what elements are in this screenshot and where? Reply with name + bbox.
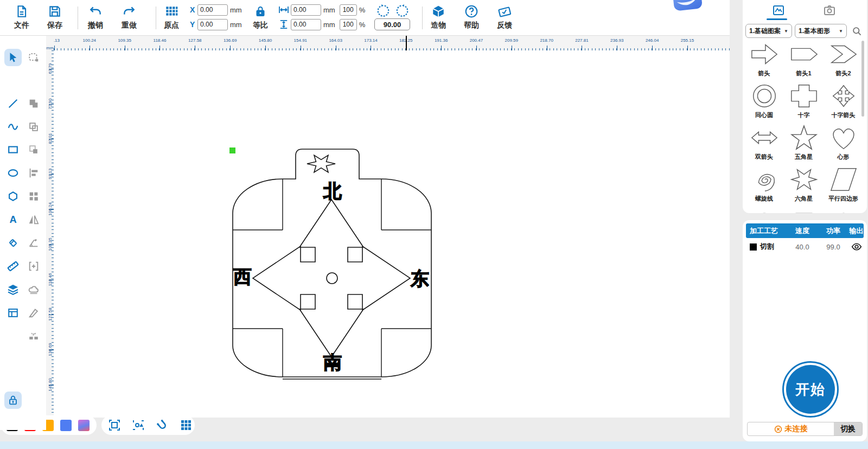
curve-tool[interactable] — [4, 118, 22, 136]
frame-view-icon[interactable] — [108, 419, 121, 432]
break-apart-tool[interactable] — [25, 328, 42, 345]
ruler-top: 91.13100.24109.35118.46127.58136.69145.8… — [54, 36, 730, 50]
shape-scrollbar[interactable] — [861, 41, 864, 117]
layers-tool[interactable] — [4, 281, 22, 298]
process-row[interactable]: 切割 40.0 99.0 — [746, 238, 864, 255]
process-table-header: 加工工艺 速度 功率 输出 — [746, 223, 864, 238]
width-input[interactable] — [291, 4, 321, 16]
shape-item-cross-arrows[interactable]: 十字箭头 — [828, 82, 859, 124]
width-percent-input[interactable] — [340, 4, 357, 16]
shape-item-double-arrow[interactable]: 双箭头 — [749, 124, 780, 165]
select-tool[interactable] — [4, 49, 22, 66]
redo-button[interactable]: 重做 — [114, 3, 144, 34]
redo-icon — [122, 3, 137, 20]
shape-item-spiral[interactable]: 螺旋线 — [749, 165, 780, 207]
file-button[interactable]: 文件 — [7, 3, 37, 34]
shape-item-arrow1[interactable]: 箭头1 — [788, 40, 820, 82]
output-eye-icon[interactable] — [849, 242, 864, 251]
text-tool[interactable]: A — [4, 211, 22, 228]
grid-icon[interactable] — [180, 419, 193, 432]
undo-icon — [88, 3, 103, 20]
shape-item-parallelogram[interactable]: 平行四边形 — [828, 165, 859, 207]
angle-measure-tool[interactable] — [25, 234, 42, 252]
shape-item-heart[interactable]: 心形 — [828, 124, 859, 165]
rotation-input[interactable] — [374, 18, 410, 30]
toolbar-separator — [422, 7, 423, 29]
compass-design[interactable]: 北 南 西 东 — [54, 50, 730, 418]
arrange-tool[interactable] — [25, 188, 42, 205]
connection-status[interactable]: 未连接 — [748, 422, 834, 435]
left-toolbar: A — [0, 36, 46, 430]
subtract-tool[interactable] — [25, 118, 42, 136]
status-strip — [0, 441, 868, 449]
file-icon — [15, 3, 29, 20]
magnet-icon[interactable] — [156, 419, 169, 432]
ruler-top-ticks — [54, 48, 730, 50]
shape-grid: 箭头 箭头1 箭头2 同心圆 十字 十字箭头 — [744, 40, 864, 213]
start-button[interactable]: 开始 — [782, 361, 839, 418]
shape-item-star5[interactable]: 五角星 — [788, 124, 820, 165]
rotate-ccw-button[interactable] — [376, 4, 391, 18]
shape-partial[interactable] — [788, 207, 820, 213]
category-dropdown-2[interactable]: 1.基本图形▼ — [795, 24, 847, 38]
node-edit-tool[interactable] — [25, 304, 42, 322]
switch-device-button[interactable]: 切换 — [834, 422, 862, 435]
artboard-tool[interactable] — [4, 304, 22, 322]
tab-design-library[interactable] — [767, 2, 790, 18]
line-tool[interactable] — [4, 95, 22, 112]
search-icon[interactable] — [852, 26, 862, 36]
y-input[interactable] — [197, 19, 228, 30]
align-tool[interactable] — [25, 164, 42, 182]
x-label: X — [190, 5, 197, 14]
cube-icon — [431, 3, 445, 20]
mirror-tool[interactable] — [25, 211, 42, 228]
union-tool[interactable] — [25, 95, 42, 112]
height-input[interactable] — [291, 19, 321, 30]
fit-selection-icon[interactable] — [132, 419, 145, 432]
lock-icon — [254, 3, 267, 20]
help-button[interactable]: 帮助 — [456, 3, 487, 34]
shape-item-star6[interactable]: 六角星 — [788, 165, 820, 207]
height-icon — [279, 20, 289, 29]
process-card: 加工工艺 速度 功率 输出 切割 40.0 99.0 开始 未连接 切换 — [743, 220, 867, 441]
canvas[interactable]: 北 南 西 东 — [54, 50, 730, 418]
origin-button[interactable]: 原点 — [156, 3, 187, 34]
ruler-cursor-indicator — [406, 36, 407, 50]
polygon-tool[interactable] — [4, 188, 22, 205]
feedback-button[interactable]: 反馈 — [489, 3, 520, 34]
shape-partial[interactable] — [828, 207, 859, 213]
center-hole — [327, 273, 337, 284]
shape-partial[interactable] — [749, 207, 780, 213]
shape-item-concentric-circles[interactable]: 同心圆 — [749, 82, 780, 124]
create-button[interactable]: 造物 — [423, 3, 454, 34]
connection-bar: 未连接 切换 — [747, 422, 863, 436]
eraser-tool[interactable] — [4, 234, 22, 252]
weld-tool[interactable] — [25, 281, 42, 298]
y-label: Y — [190, 20, 197, 29]
canvas-lock-button[interactable] — [4, 392, 22, 409]
rotate-cw-button[interactable] — [395, 4, 409, 18]
x-input[interactable] — [197, 4, 228, 16]
intersect-tool[interactable] — [25, 141, 42, 158]
shape-item-cross[interactable]: 十字 — [788, 82, 820, 124]
selection-handle[interactable] — [229, 147, 235, 153]
tab-camera[interactable] — [818, 2, 841, 18]
chevron-down-icon: ▼ — [784, 29, 788, 34]
label-north: 北 — [323, 181, 342, 201]
rectangle-tool[interactable] — [4, 141, 22, 158]
ellipse-tool[interactable] — [4, 164, 22, 182]
ratio-lock-button[interactable]: 等比 — [245, 3, 276, 34]
measure-tool[interactable] — [4, 258, 22, 275]
swatch-gradient[interactable] — [78, 420, 90, 431]
star-cutout — [307, 155, 335, 172]
height-percent-input[interactable] — [340, 19, 357, 30]
category-dropdown-1[interactable]: 1.基础图案▼ — [745, 24, 792, 38]
shape-item-arrow2[interactable]: 箭头2 — [828, 40, 859, 82]
position-inputs: X mm Y mm — [190, 4, 242, 33]
shape-item-arrow[interactable]: 箭头 — [749, 40, 780, 82]
marquee-select-tool[interactable] — [25, 49, 42, 66]
spacing-tool[interactable] — [25, 258, 42, 275]
undo-button[interactable]: 撤销 — [80, 3, 111, 34]
swatch-blue[interactable] — [60, 420, 72, 431]
save-button[interactable]: 保存 — [40, 3, 70, 34]
